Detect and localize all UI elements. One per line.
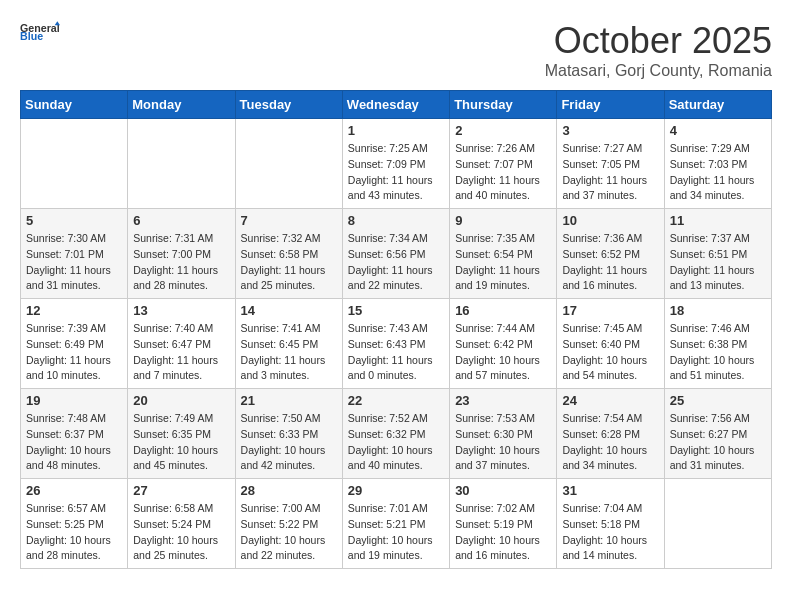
- day-number: 2: [455, 123, 551, 138]
- day-info: Sunrise: 7:26 AMSunset: 7:07 PMDaylight:…: [455, 141, 551, 204]
- day-number: 10: [562, 213, 658, 228]
- day-info: Sunrise: 7:27 AMSunset: 7:05 PMDaylight:…: [562, 141, 658, 204]
- day-info: Sunrise: 7:41 AMSunset: 6:45 PMDaylight:…: [241, 321, 337, 384]
- day-info: Sunrise: 7:44 AMSunset: 6:42 PMDaylight:…: [455, 321, 551, 384]
- day-info: Sunrise: 7:39 AMSunset: 6:49 PMDaylight:…: [26, 321, 122, 384]
- calendar-cell: [21, 119, 128, 209]
- calendar-week-5: 26Sunrise: 6:57 AMSunset: 5:25 PMDayligh…: [21, 479, 772, 569]
- logo: General Blue: [20, 20, 60, 42]
- day-number: 17: [562, 303, 658, 318]
- day-number: 23: [455, 393, 551, 408]
- calendar-cell: 17Sunrise: 7:45 AMSunset: 6:40 PMDayligh…: [557, 299, 664, 389]
- day-number: 7: [241, 213, 337, 228]
- day-number: 25: [670, 393, 766, 408]
- day-number: 24: [562, 393, 658, 408]
- weekday-header-saturday: Saturday: [664, 91, 771, 119]
- title-block: October 2025 Matasari, Gorj County, Roma…: [545, 20, 772, 80]
- day-info: Sunrise: 7:45 AMSunset: 6:40 PMDaylight:…: [562, 321, 658, 384]
- day-info: Sunrise: 6:57 AMSunset: 5:25 PMDaylight:…: [26, 501, 122, 564]
- calendar-cell: 21Sunrise: 7:50 AMSunset: 6:33 PMDayligh…: [235, 389, 342, 479]
- day-info: Sunrise: 7:29 AMSunset: 7:03 PMDaylight:…: [670, 141, 766, 204]
- calendar-cell: 3Sunrise: 7:27 AMSunset: 7:05 PMDaylight…: [557, 119, 664, 209]
- day-number: 26: [26, 483, 122, 498]
- calendar-cell: [235, 119, 342, 209]
- day-number: 15: [348, 303, 444, 318]
- calendar-cell: 4Sunrise: 7:29 AMSunset: 7:03 PMDaylight…: [664, 119, 771, 209]
- day-info: Sunrise: 7:35 AMSunset: 6:54 PMDaylight:…: [455, 231, 551, 294]
- calendar-cell: 16Sunrise: 7:44 AMSunset: 6:42 PMDayligh…: [450, 299, 557, 389]
- day-number: 5: [26, 213, 122, 228]
- day-number: 4: [670, 123, 766, 138]
- day-info: Sunrise: 7:25 AMSunset: 7:09 PMDaylight:…: [348, 141, 444, 204]
- calendar-week-4: 19Sunrise: 7:48 AMSunset: 6:37 PMDayligh…: [21, 389, 772, 479]
- calendar-cell: 24Sunrise: 7:54 AMSunset: 6:28 PMDayligh…: [557, 389, 664, 479]
- calendar-cell: 14Sunrise: 7:41 AMSunset: 6:45 PMDayligh…: [235, 299, 342, 389]
- day-number: 8: [348, 213, 444, 228]
- calendar-cell: 23Sunrise: 7:53 AMSunset: 6:30 PMDayligh…: [450, 389, 557, 479]
- day-info: Sunrise: 7:31 AMSunset: 7:00 PMDaylight:…: [133, 231, 229, 294]
- weekday-header-friday: Friday: [557, 91, 664, 119]
- location: Matasari, Gorj County, Romania: [545, 62, 772, 80]
- day-number: 30: [455, 483, 551, 498]
- day-number: 18: [670, 303, 766, 318]
- day-info: Sunrise: 7:30 AMSunset: 7:01 PMDaylight:…: [26, 231, 122, 294]
- calendar-cell: [128, 119, 235, 209]
- day-number: 29: [348, 483, 444, 498]
- calendar-table: SundayMondayTuesdayWednesdayThursdayFrid…: [20, 90, 772, 569]
- weekday-header-wednesday: Wednesday: [342, 91, 449, 119]
- day-info: Sunrise: 6:58 AMSunset: 5:24 PMDaylight:…: [133, 501, 229, 564]
- calendar-cell: 22Sunrise: 7:52 AMSunset: 6:32 PMDayligh…: [342, 389, 449, 479]
- day-number: 31: [562, 483, 658, 498]
- calendar-cell: 2Sunrise: 7:26 AMSunset: 7:07 PMDaylight…: [450, 119, 557, 209]
- day-number: 27: [133, 483, 229, 498]
- weekday-header-row: SundayMondayTuesdayWednesdayThursdayFrid…: [21, 91, 772, 119]
- calendar-cell: 8Sunrise: 7:34 AMSunset: 6:56 PMDaylight…: [342, 209, 449, 299]
- calendar-cell: 20Sunrise: 7:49 AMSunset: 6:35 PMDayligh…: [128, 389, 235, 479]
- day-number: 3: [562, 123, 658, 138]
- calendar-cell: 11Sunrise: 7:37 AMSunset: 6:51 PMDayligh…: [664, 209, 771, 299]
- calendar-cell: 31Sunrise: 7:04 AMSunset: 5:18 PMDayligh…: [557, 479, 664, 569]
- calendar-cell: 1Sunrise: 7:25 AMSunset: 7:09 PMDaylight…: [342, 119, 449, 209]
- day-info: Sunrise: 7:46 AMSunset: 6:38 PMDaylight:…: [670, 321, 766, 384]
- calendar-cell: 6Sunrise: 7:31 AMSunset: 7:00 PMDaylight…: [128, 209, 235, 299]
- page-header: General Blue October 2025 Matasari, Gorj…: [20, 20, 772, 80]
- day-info: Sunrise: 7:01 AMSunset: 5:21 PMDaylight:…: [348, 501, 444, 564]
- weekday-header-monday: Monday: [128, 91, 235, 119]
- day-number: 20: [133, 393, 229, 408]
- calendar-cell: 13Sunrise: 7:40 AMSunset: 6:47 PMDayligh…: [128, 299, 235, 389]
- day-info: Sunrise: 7:40 AMSunset: 6:47 PMDaylight:…: [133, 321, 229, 384]
- calendar-cell: 28Sunrise: 7:00 AMSunset: 5:22 PMDayligh…: [235, 479, 342, 569]
- day-info: Sunrise: 7:36 AMSunset: 6:52 PMDaylight:…: [562, 231, 658, 294]
- calendar-cell: 9Sunrise: 7:35 AMSunset: 6:54 PMDaylight…: [450, 209, 557, 299]
- day-info: Sunrise: 7:50 AMSunset: 6:33 PMDaylight:…: [241, 411, 337, 474]
- day-info: Sunrise: 7:53 AMSunset: 6:30 PMDaylight:…: [455, 411, 551, 474]
- day-number: 12: [26, 303, 122, 318]
- day-info: Sunrise: 7:56 AMSunset: 6:27 PMDaylight:…: [670, 411, 766, 474]
- calendar-cell: 26Sunrise: 6:57 AMSunset: 5:25 PMDayligh…: [21, 479, 128, 569]
- day-info: Sunrise: 7:52 AMSunset: 6:32 PMDaylight:…: [348, 411, 444, 474]
- calendar-cell: 29Sunrise: 7:01 AMSunset: 5:21 PMDayligh…: [342, 479, 449, 569]
- day-info: Sunrise: 7:49 AMSunset: 6:35 PMDaylight:…: [133, 411, 229, 474]
- calendar-cell: 15Sunrise: 7:43 AMSunset: 6:43 PMDayligh…: [342, 299, 449, 389]
- day-number: 9: [455, 213, 551, 228]
- day-info: Sunrise: 7:00 AMSunset: 5:22 PMDaylight:…: [241, 501, 337, 564]
- weekday-header-sunday: Sunday: [21, 91, 128, 119]
- day-info: Sunrise: 7:02 AMSunset: 5:19 PMDaylight:…: [455, 501, 551, 564]
- day-info: Sunrise: 7:43 AMSunset: 6:43 PMDaylight:…: [348, 321, 444, 384]
- month-title: October 2025: [545, 20, 772, 62]
- weekday-header-tuesday: Tuesday: [235, 91, 342, 119]
- calendar-cell: 5Sunrise: 7:30 AMSunset: 7:01 PMDaylight…: [21, 209, 128, 299]
- calendar-cell: 27Sunrise: 6:58 AMSunset: 5:24 PMDayligh…: [128, 479, 235, 569]
- svg-text:Blue: Blue: [20, 30, 43, 40]
- day-info: Sunrise: 7:32 AMSunset: 6:58 PMDaylight:…: [241, 231, 337, 294]
- calendar-cell: 10Sunrise: 7:36 AMSunset: 6:52 PMDayligh…: [557, 209, 664, 299]
- day-number: 22: [348, 393, 444, 408]
- day-info: Sunrise: 7:34 AMSunset: 6:56 PMDaylight:…: [348, 231, 444, 294]
- day-number: 16: [455, 303, 551, 318]
- day-info: Sunrise: 7:48 AMSunset: 6:37 PMDaylight:…: [26, 411, 122, 474]
- calendar-week-3: 12Sunrise: 7:39 AMSunset: 6:49 PMDayligh…: [21, 299, 772, 389]
- calendar-cell: 7Sunrise: 7:32 AMSunset: 6:58 PMDaylight…: [235, 209, 342, 299]
- calendar-cell: [664, 479, 771, 569]
- calendar-cell: 25Sunrise: 7:56 AMSunset: 6:27 PMDayligh…: [664, 389, 771, 479]
- calendar-week-1: 1Sunrise: 7:25 AMSunset: 7:09 PMDaylight…: [21, 119, 772, 209]
